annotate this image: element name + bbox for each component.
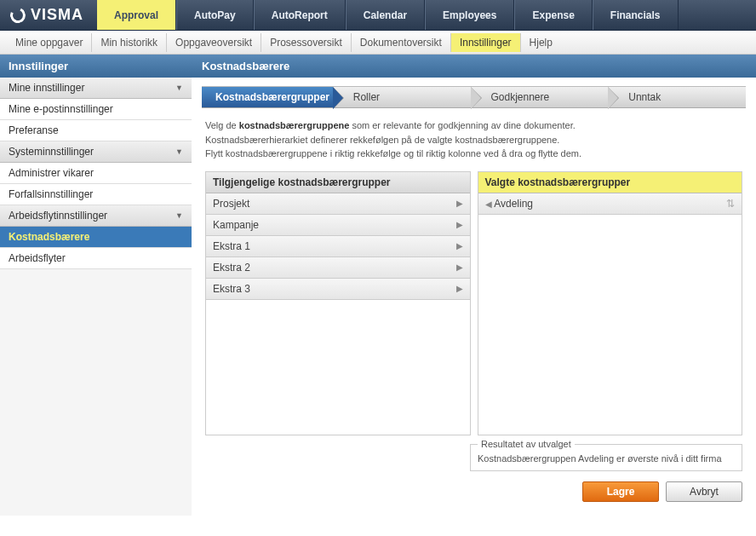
sidebar-item-kostnadsbarere[interactable]: Kostnadsbærere: [0, 227, 192, 248]
available-list: Tilgjengelige kostnadsbærergrupper Prosj…: [205, 171, 471, 435]
arrow-right-icon: ▶: [456, 199, 463, 208]
sidebar-title: Innstilinger: [0, 55, 192, 78]
sidebar-group-label: Systeminnstillinger: [9, 146, 94, 158]
subnav-dokumentoversikt[interactable]: Dokumentoversikt: [352, 33, 451, 52]
intro-line2: Kostnadsbærerhierarkiet definerer rekkef…: [205, 135, 559, 145]
step-godkjennere[interactable]: Godkjennere: [471, 86, 609, 108]
row-label: Ekstra 3: [213, 283, 250, 295]
available-row[interactable]: Ekstra 3 ▶: [206, 279, 470, 300]
arrow-right-icon: ▶: [456, 241, 463, 251]
sidebar-item-arbeidsflyter[interactable]: Arbeidsflyter: [0, 248, 192, 269]
chevron-down-icon: ▼: [175, 147, 183, 156]
sidebar-item-forfall[interactable]: Forfallsinnstillinger: [0, 184, 192, 205]
logo-icon: [8, 5, 27, 25]
sidebar-group-label: Arbeidsflytinnstillinger: [9, 210, 107, 222]
subnav-mine-oppgaver[interactable]: Mine oppgaver: [7, 33, 92, 52]
intro-line3: Flytt kostnadsbærergruppene i riktig rek…: [205, 148, 581, 158]
step-bar: Kostnadsbærergrupper Roller Godkjennere …: [202, 86, 746, 108]
main-area: Innstilinger Mine innstillinger ▼ Mine e…: [0, 55, 756, 516]
result-box: Resultatet av utvalget Kostnadsbærergrup…: [470, 444, 742, 471]
topnav-expense[interactable]: Expense: [514, 0, 592, 30]
arrow-right-icon: ▶: [456, 262, 463, 272]
sidebar-item-vikarer[interactable]: Administrer vikarer: [0, 163, 192, 184]
topnav-autopay[interactable]: AutoPay: [176, 0, 254, 30]
topnav-calendar[interactable]: Calendar: [346, 0, 425, 30]
topnav-autoreport[interactable]: AutoReport: [254, 0, 346, 30]
top-nav: Approval AutoPay AutoReport Calendar Emp…: [97, 0, 678, 30]
topnav-financials[interactable]: Financials: [593, 0, 679, 30]
subnav-prosessoversikt[interactable]: Prosessoversikt: [261, 33, 352, 52]
subnav-oppgaveoversikt[interactable]: Oppgaveoversikt: [167, 33, 261, 52]
brand-logo: VISMA: [0, 6, 97, 24]
available-row[interactable]: Ekstra 2 ▶: [206, 257, 470, 279]
selected-row[interactable]: ◀ Avdeling ⇅: [478, 193, 742, 215]
sidebar-item-preferanse[interactable]: Preferanse: [0, 120, 192, 141]
sidebar-group-mine[interactable]: Mine innstillinger ▼: [0, 78, 192, 99]
button-row: Lagre Avbryt: [192, 475, 756, 516]
topnav-approval[interactable]: Approval: [97, 0, 176, 30]
topnav-employees[interactable]: Employees: [425, 0, 514, 30]
sidebar-group-arbeidsflyt[interactable]: Arbeidsflytinnstillinger ▼: [0, 205, 192, 227]
save-button[interactable]: Lagre: [582, 481, 659, 502]
sidebar: Innstilinger Mine innstillinger ▼ Mine e…: [0, 55, 192, 516]
result-text: Kostnadsbærergruppen Avdeling er øverste…: [478, 453, 722, 464]
available-row[interactable]: Kampanje ▶: [206, 215, 470, 236]
brand-text: VISMA: [31, 6, 83, 24]
row-label: Kampanje: [213, 219, 259, 231]
row-label: Ekstra 2: [213, 262, 250, 274]
intro-bold: kostnadsbærergruppene: [239, 120, 350, 130]
subnav-innstillinger[interactable]: Innstillinger: [451, 33, 521, 52]
available-row[interactable]: Prosjekt ▶: [206, 193, 470, 215]
result-legend: Resultatet av utvalget: [478, 439, 575, 449]
row-label: Ekstra 1: [213, 240, 250, 252]
intro-post: som er relevante for godkjenning av dine…: [349, 120, 575, 130]
selected-list: Valgte kostnadsbærergrupper ◀ Avdeling ⇅: [478, 171, 743, 435]
intro-pre: Velg de: [205, 120, 239, 130]
available-header: Tilgjengelige kostnadsbærergrupper: [206, 172, 470, 193]
cancel-button[interactable]: Avbryt: [666, 481, 742, 502]
chevron-down-icon: ▼: [175, 84, 183, 92]
available-row[interactable]: Ekstra 1 ▶: [206, 236, 470, 257]
sidebar-group-system[interactable]: Systeminnstillinger ▼: [0, 141, 192, 163]
sidebar-group-label: Mine innstillinger: [9, 82, 84, 94]
chevron-down-icon: ▼: [175, 211, 183, 220]
arrow-left-icon: ◀: [485, 199, 492, 209]
step-roller[interactable]: Roller: [333, 86, 471, 108]
intro-text: Velg de kostnadsbærergruppene som er rel…: [192, 108, 756, 171]
row-label: Avdeling: [494, 198, 533, 210]
content-title: Kostnadsbærere: [192, 55, 756, 78]
step-kostnadsbarergrupper[interactable]: Kostnadsbærergrupper: [202, 86, 333, 108]
subnav-min-historikk[interactable]: Min historikk: [92, 33, 167, 52]
arrow-right-icon: ▶: [456, 220, 463, 229]
subnav-hjelp[interactable]: Hjelp: [521, 33, 561, 52]
step-unntak[interactable]: Unntak: [608, 86, 746, 108]
arrow-right-icon: ▶: [456, 284, 463, 293]
row-label: Prosjekt: [213, 198, 249, 210]
content: Kostnadsbærere Kostnadsbærergrupper Roll…: [192, 55, 756, 516]
selected-header: Valgte kostnadsbærergrupper: [478, 172, 742, 193]
drag-handle-icon[interactable]: ⇅: [726, 198, 735, 210]
sidebar-item-epost[interactable]: Mine e-postinnstillinger: [0, 99, 192, 120]
top-bar: VISMA Approval AutoPay AutoReport Calend…: [0, 0, 756, 31]
sub-bar: Mine oppgaver Min historikk Oppgaveovers…: [0, 31, 756, 55]
picklists: Tilgjengelige kostnadsbærergrupper Prosj…: [192, 171, 756, 435]
